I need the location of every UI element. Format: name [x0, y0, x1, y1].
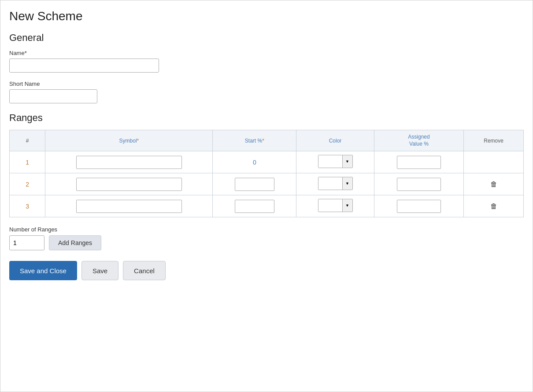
add-ranges-button[interactable]: Add Ranges: [49, 235, 101, 250]
row-2-color-picker: ▼: [318, 177, 353, 190]
row-2-start-input[interactable]: [235, 178, 274, 191]
row-number-3: 3: [10, 195, 45, 217]
row-3-remove-cell: 🗑: [464, 195, 524, 217]
footer-actions: Save and Close Save Cancel: [9, 261, 524, 280]
name-field-group: Name*: [9, 50, 524, 73]
row-1-color-swatch[interactable]: [318, 155, 343, 168]
row-3-symbol-input[interactable]: [76, 200, 182, 213]
row-2-assigned-cell: [374, 173, 464, 195]
row-number-2: 2: [10, 173, 45, 195]
col-header-start: Start %*: [213, 130, 296, 151]
table-header-row: # Symbol* Start %* Color AssignedValue %…: [10, 130, 524, 151]
number-of-ranges-label: Number of Ranges: [9, 226, 524, 233]
row-2-remove-cell: 🗑: [464, 173, 524, 195]
number-ranges-row: Add Ranges: [9, 235, 524, 250]
ranges-section: Ranges # Symbol* Start %* Color Assigned…: [9, 112, 524, 217]
row-3-color-picker: ▼: [318, 199, 353, 212]
row-1-start-value: 0: [253, 159, 256, 166]
table-row: 3 ▼: [10, 195, 524, 217]
row-3-symbol-cell: [45, 195, 213, 217]
row-number-1: 1: [10, 151, 45, 173]
row-1-color-dropdown-btn[interactable]: ▼: [343, 155, 352, 168]
general-section-title: General: [9, 32, 524, 44]
row-2-color-dropdown-btn[interactable]: ▼: [343, 177, 352, 190]
col-header-symbol: Symbol*: [45, 130, 213, 151]
row-2-assigned-input[interactable]: [397, 178, 441, 191]
row-3-color-dropdown-btn[interactable]: ▼: [343, 199, 352, 212]
number-of-ranges-section: Number of Ranges Add Ranges: [9, 226, 524, 250]
col-header-remove: Remove: [464, 130, 524, 151]
ranges-section-title: Ranges: [9, 112, 524, 124]
row-3-start-input[interactable]: [235, 200, 274, 213]
row-2-color-cell: ▼: [296, 173, 374, 195]
cancel-button[interactable]: Cancel: [123, 261, 166, 280]
table-row: 1 0 ▼: [10, 151, 524, 173]
short-name-label: Short Name: [9, 81, 524, 87]
name-input[interactable]: [9, 59, 159, 73]
page-title: New Scheme: [9, 9, 524, 23]
row-2-symbol-cell: [45, 173, 213, 195]
row-3-color-swatch[interactable]: [318, 199, 343, 212]
save-and-close-button[interactable]: Save and Close: [9, 261, 77, 280]
col-header-assigned: AssignedValue %: [374, 130, 464, 151]
row-1-assigned-input[interactable]: [397, 156, 441, 169]
col-header-color: Color: [296, 130, 374, 151]
row-1-start-cell: 0: [213, 151, 296, 173]
short-name-field-group: Short Name: [9, 81, 524, 103]
row-3-color-cell: ▼: [296, 195, 374, 217]
col-header-hash: #: [10, 130, 45, 151]
row-1-assigned-cell: [374, 151, 464, 173]
row-3-assigned-cell: [374, 195, 464, 217]
row-1-symbol-input[interactable]: [76, 156, 182, 169]
row-2-symbol-input[interactable]: [76, 178, 182, 191]
row-1-color-cell: ▼: [296, 151, 374, 173]
row-2-start-cell: [213, 173, 296, 195]
row-1-color-picker: ▼: [318, 155, 353, 168]
number-ranges-input[interactable]: [9, 235, 44, 250]
general-section: General Name* Short Name: [9, 32, 524, 103]
row-1-remove-cell: [464, 151, 524, 173]
row-3-delete-icon[interactable]: 🗑: [490, 202, 497, 210]
row-3-assigned-input[interactable]: [397, 200, 441, 213]
ranges-table: # Symbol* Start %* Color AssignedValue %…: [9, 130, 524, 217]
row-2-color-swatch[interactable]: [318, 177, 343, 190]
name-label: Name*: [9, 50, 524, 56]
short-name-input[interactable]: [9, 89, 97, 103]
row-3-start-cell: [213, 195, 296, 217]
row-1-symbol-cell: [45, 151, 213, 173]
page-container: New Scheme General Name* Short Name Rang…: [0, 0, 533, 392]
save-button[interactable]: Save: [81, 261, 118, 280]
table-row: 2 ▼: [10, 173, 524, 195]
row-2-delete-icon[interactable]: 🗑: [490, 180, 497, 188]
